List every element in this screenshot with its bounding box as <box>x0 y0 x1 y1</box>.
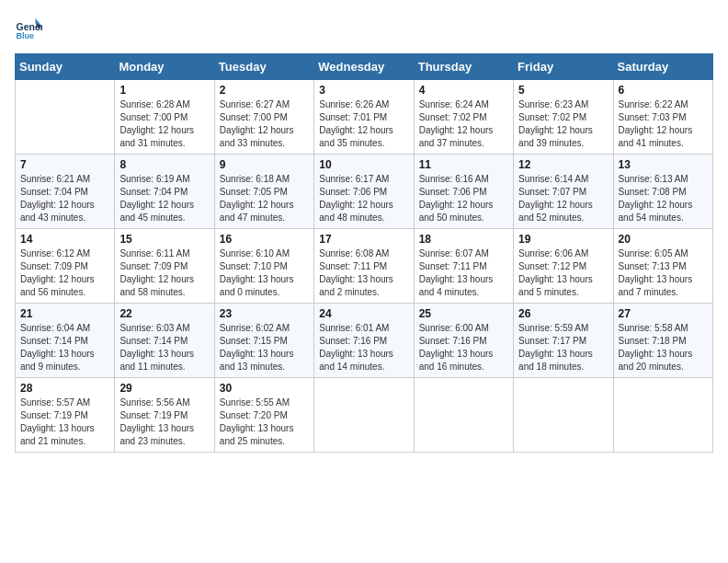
calendar-body: 1Sunrise: 6:28 AM Sunset: 7:00 PM Daylig… <box>16 80 713 453</box>
week-row: 28Sunrise: 5:57 AM Sunset: 7:19 PM Dayli… <box>16 378 713 453</box>
svg-text:Blue: Blue <box>17 31 35 40</box>
day-number: 11 <box>419 158 508 171</box>
calendar-cell <box>314 378 414 453</box>
calendar-cell: 4Sunrise: 6:24 AM Sunset: 7:02 PM Daylig… <box>414 80 513 155</box>
week-row: 1Sunrise: 6:28 AM Sunset: 7:00 PM Daylig… <box>16 80 713 155</box>
day-number: 21 <box>20 307 109 320</box>
day-info: Sunrise: 6:12 AM Sunset: 7:09 PM Dayligh… <box>20 247 109 299</box>
day-number: 2 <box>220 84 309 97</box>
week-row: 7Sunrise: 6:21 AM Sunset: 7:04 PM Daylig… <box>16 155 713 229</box>
day-number: 8 <box>119 158 209 171</box>
day-info: Sunrise: 6:10 AM Sunset: 7:10 PM Dayligh… <box>220 247 309 299</box>
day-number: 3 <box>319 84 408 97</box>
calendar-cell <box>16 80 115 155</box>
day-number: 7 <box>20 158 109 171</box>
day-info: Sunrise: 6:22 AM Sunset: 7:03 PM Dayligh… <box>619 98 708 150</box>
day-info: Sunrise: 6:27 AM Sunset: 7:00 PM Dayligh… <box>220 98 309 150</box>
day-number: 6 <box>619 84 708 97</box>
header-cell-sunday: Sunday <box>16 54 115 80</box>
day-number: 24 <box>319 307 408 320</box>
week-row: 21Sunrise: 6:04 AM Sunset: 7:14 PM Dayli… <box>16 304 713 378</box>
day-info: Sunrise: 6:04 AM Sunset: 7:14 PM Dayligh… <box>20 322 109 373</box>
day-info: Sunrise: 5:56 AM Sunset: 7:19 PM Dayligh… <box>119 396 209 448</box>
day-number: 4 <box>419 84 508 97</box>
calendar-cell: 15Sunrise: 6:11 AM Sunset: 7:09 PM Dayli… <box>115 229 214 304</box>
calendar-cell: 22Sunrise: 6:03 AM Sunset: 7:14 PM Dayli… <box>115 304 214 378</box>
calendar-cell <box>613 378 712 453</box>
day-number: 1 <box>119 84 209 97</box>
calendar-table: SundayMondayTuesdayWednesdayThursdayFrid… <box>15 53 713 453</box>
calendar-cell: 12Sunrise: 6:14 AM Sunset: 7:07 PM Dayli… <box>514 155 613 229</box>
header-cell-saturday: Saturday <box>613 54 712 80</box>
day-number: 22 <box>119 307 209 320</box>
day-number: 28 <box>20 382 109 395</box>
day-info: Sunrise: 6:01 AM Sunset: 7:16 PM Dayligh… <box>319 322 408 373</box>
day-info: Sunrise: 6:17 AM Sunset: 7:06 PM Dayligh… <box>319 173 408 224</box>
day-info: Sunrise: 6:00 AM Sunset: 7:16 PM Dayligh… <box>419 322 508 373</box>
day-number: 5 <box>518 84 608 97</box>
day-info: Sunrise: 6:06 AM Sunset: 7:12 PM Dayligh… <box>518 247 608 299</box>
day-number: 23 <box>220 307 309 320</box>
day-number: 25 <box>419 307 508 320</box>
day-number: 27 <box>619 307 708 320</box>
day-number: 29 <box>119 382 209 395</box>
day-number: 17 <box>319 233 408 246</box>
day-number: 14 <box>20 233 109 246</box>
calendar-cell: 7Sunrise: 6:21 AM Sunset: 7:04 PM Daylig… <box>16 155 115 229</box>
calendar-cell: 2Sunrise: 6:27 AM Sunset: 7:00 PM Daylig… <box>214 80 313 155</box>
day-number: 16 <box>220 233 309 246</box>
calendar-cell: 13Sunrise: 6:13 AM Sunset: 7:08 PM Dayli… <box>613 155 712 229</box>
day-info: Sunrise: 6:13 AM Sunset: 7:08 PM Dayligh… <box>619 173 708 224</box>
header-cell-tuesday: Tuesday <box>214 54 313 80</box>
calendar-cell: 16Sunrise: 6:10 AM Sunset: 7:10 PM Dayli… <box>214 229 313 304</box>
day-number: 26 <box>518 307 608 320</box>
calendar-cell: 19Sunrise: 6:06 AM Sunset: 7:12 PM Dayli… <box>514 229 613 304</box>
calendar-cell: 18Sunrise: 6:07 AM Sunset: 7:11 PM Dayli… <box>414 229 513 304</box>
header-cell-wednesday: Wednesday <box>314 54 414 80</box>
header-cell-thursday: Thursday <box>414 54 513 80</box>
calendar-cell: 11Sunrise: 6:16 AM Sunset: 7:06 PM Dayli… <box>414 155 513 229</box>
day-info: Sunrise: 6:28 AM Sunset: 7:00 PM Dayligh… <box>119 98 209 150</box>
day-info: Sunrise: 6:14 AM Sunset: 7:07 PM Dayligh… <box>518 173 608 224</box>
calendar-cell: 28Sunrise: 5:57 AM Sunset: 7:19 PM Dayli… <box>16 378 115 453</box>
day-number: 13 <box>619 158 708 171</box>
calendar-cell: 5Sunrise: 6:23 AM Sunset: 7:02 PM Daylig… <box>514 80 613 155</box>
calendar-cell: 9Sunrise: 6:18 AM Sunset: 7:05 PM Daylig… <box>214 155 313 229</box>
week-row: 14Sunrise: 6:12 AM Sunset: 7:09 PM Dayli… <box>16 229 713 304</box>
day-number: 20 <box>619 233 708 246</box>
day-info: Sunrise: 5:55 AM Sunset: 7:20 PM Dayligh… <box>220 396 309 448</box>
day-info: Sunrise: 6:21 AM Sunset: 7:04 PM Dayligh… <box>20 173 109 224</box>
calendar-cell: 29Sunrise: 5:56 AM Sunset: 7:19 PM Dayli… <box>115 378 214 453</box>
day-info: Sunrise: 6:03 AM Sunset: 7:14 PM Dayligh… <box>119 322 209 373</box>
day-info: Sunrise: 6:26 AM Sunset: 7:01 PM Dayligh… <box>319 98 408 150</box>
calendar-cell: 27Sunrise: 5:58 AM Sunset: 7:18 PM Dayli… <box>613 304 712 378</box>
day-number: 10 <box>319 158 408 171</box>
day-info: Sunrise: 6:18 AM Sunset: 7:05 PM Dayligh… <box>220 173 309 224</box>
logo: General Blue <box>15 15 48 42</box>
calendar-cell: 20Sunrise: 6:05 AM Sunset: 7:13 PM Dayli… <box>613 229 712 304</box>
day-number: 18 <box>419 233 508 246</box>
calendar-cell: 21Sunrise: 6:04 AM Sunset: 7:14 PM Dayli… <box>16 304 115 378</box>
day-info: Sunrise: 6:08 AM Sunset: 7:11 PM Dayligh… <box>319 247 408 299</box>
header-cell-friday: Friday <box>514 54 613 80</box>
day-number: 9 <box>220 158 309 171</box>
calendar-cell: 23Sunrise: 6:02 AM Sunset: 7:15 PM Dayli… <box>214 304 313 378</box>
calendar-cell: 10Sunrise: 6:17 AM Sunset: 7:06 PM Dayli… <box>314 155 414 229</box>
calendar-cell: 3Sunrise: 6:26 AM Sunset: 7:01 PM Daylig… <box>314 80 414 155</box>
day-info: Sunrise: 6:16 AM Sunset: 7:06 PM Dayligh… <box>419 173 508 224</box>
calendar-cell: 8Sunrise: 6:19 AM Sunset: 7:04 PM Daylig… <box>115 155 214 229</box>
day-info: Sunrise: 6:19 AM Sunset: 7:04 PM Dayligh… <box>119 173 209 224</box>
header-row: SundayMondayTuesdayWednesdayThursdayFrid… <box>16 54 713 80</box>
day-number: 19 <box>518 233 608 246</box>
day-info: Sunrise: 6:07 AM Sunset: 7:11 PM Dayligh… <box>419 247 508 299</box>
calendar-cell: 25Sunrise: 6:00 AM Sunset: 7:16 PM Dayli… <box>414 304 513 378</box>
day-info: Sunrise: 6:23 AM Sunset: 7:02 PM Dayligh… <box>518 98 608 150</box>
calendar-cell: 6Sunrise: 6:22 AM Sunset: 7:03 PM Daylig… <box>613 80 712 155</box>
day-info: Sunrise: 6:24 AM Sunset: 7:02 PM Dayligh… <box>419 98 508 150</box>
day-number: 15 <box>119 233 209 246</box>
day-info: Sunrise: 5:59 AM Sunset: 7:17 PM Dayligh… <box>518 322 608 373</box>
day-info: Sunrise: 6:02 AM Sunset: 7:15 PM Dayligh… <box>220 322 309 373</box>
calendar-cell: 14Sunrise: 6:12 AM Sunset: 7:09 PM Dayli… <box>16 229 115 304</box>
calendar-cell <box>514 378 613 453</box>
header-cell-monday: Monday <box>115 54 214 80</box>
